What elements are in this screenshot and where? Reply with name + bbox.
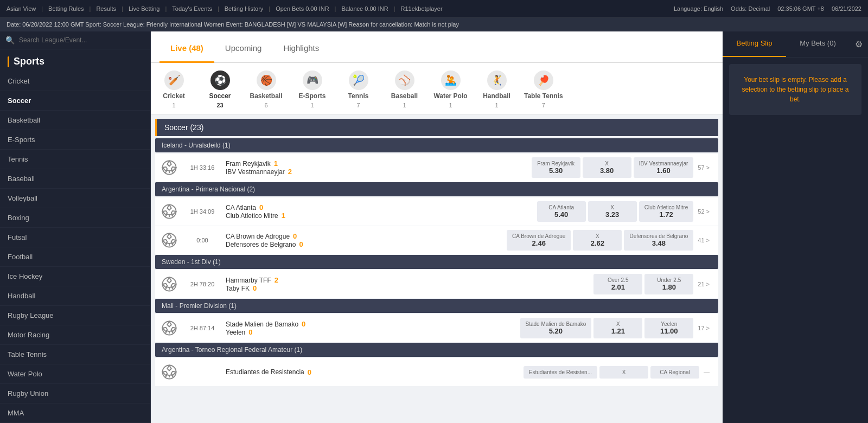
team2-score: 0: [299, 240, 308, 248]
match-teams: Estudiantes de Resistencia0: [221, 368, 524, 376]
matches-content: Soccer (23) Iceland - Urvalsdeild (1)1H …: [151, 114, 723, 423]
odds-box-0[interactable]: Estudiantes de Resisten...: [524, 366, 597, 379]
nav-results[interactable]: Results: [96, 5, 116, 12]
odds-box-2[interactable]: Under 2.51.80: [644, 274, 693, 294]
tab-betting-slip[interactable]: Betting Slip: [723, 31, 786, 57]
nav-asian-view[interactable]: Asian View: [7, 5, 36, 12]
odds-label: X: [593, 204, 631, 210]
more-markets-link[interactable]: 57 >: [693, 164, 714, 171]
odds-box-2[interactable]: Defensores de Belgrano3.48: [624, 230, 693, 251]
odds-box-2[interactable]: CA Regional: [650, 366, 699, 379]
odds-selector[interactable]: Odds: Decimal: [731, 5, 770, 12]
sidebar-item-ice-hockey[interactable]: Ice Hockey: [0, 267, 150, 286]
team1-score: 0: [259, 203, 268, 211]
odds-box-1[interactable]: X3.80: [583, 157, 631, 178]
odds-label: X: [605, 369, 643, 375]
odds-box-1[interactable]: X: [599, 366, 648, 379]
sport-icon-water-polo[interactable]: 🤽 Water Polo 1: [427, 67, 474, 112]
team1-score: 0: [293, 232, 302, 240]
nav-todays-events[interactable]: Today's Events: [172, 5, 212, 12]
soccer-ball-icon: [159, 274, 179, 294]
sidebar-item-rugby-union[interactable]: Rugby Union: [0, 384, 150, 403]
odds-value: 3.23: [593, 210, 631, 219]
league-header: Mali - Premier Division (1): [155, 299, 718, 313]
sport-icon-baseball[interactable]: ⚾ Baseball 1: [381, 67, 427, 112]
odds-box-1[interactable]: X2.62: [573, 230, 622, 251]
odds-box-2[interactable]: Yeelen11.00: [644, 318, 693, 338]
sidebar-item-table-tennis[interactable]: Table Tennis: [0, 345, 150, 364]
settings-gear-button[interactable]: ⚙: [850, 31, 868, 57]
more-markets-link[interactable]: —: [699, 369, 714, 375]
nav-live-betting[interactable]: Live Betting: [129, 5, 159, 12]
sidebar-item-basketball[interactable]: Basketball: [0, 111, 150, 130]
odds-box-0[interactable]: CA Atlanta5.40: [537, 201, 586, 222]
match-time: 2H 78:20: [183, 281, 221, 287]
odds-box-0[interactable]: CA Brown de Adrogue2.46: [507, 230, 571, 251]
odds-box-1[interactable]: X1.21: [593, 318, 642, 338]
more-markets-link[interactable]: 41 >: [693, 237, 714, 243]
tab-upcoming[interactable]: Upcoming: [214, 35, 273, 63]
match-row: 2H 87:14Stade Malien de Bamako0Yeelen0St…: [155, 314, 718, 342]
language-selector[interactable]: Language: English: [674, 5, 723, 12]
sport-icon-basketball[interactable]: 🏀 Basketball 6: [243, 67, 289, 112]
sport-icon-tennis[interactable]: 🎾 Tennis 7: [335, 67, 381, 112]
match-time: 0:00: [183, 237, 221, 243]
odds-box-1[interactable]: X3.23: [588, 201, 637, 222]
odds-box-2[interactable]: Club Atletico Mitre1.72: [639, 201, 694, 222]
sidebar-item-e-sports[interactable]: E-Sports: [0, 130, 150, 150]
search-icon: 🔍: [5, 36, 15, 44]
tab-highlights[interactable]: Highlights: [272, 35, 330, 63]
sidebar-item-football[interactable]: Football: [0, 247, 150, 267]
nav-open-bets[interactable]: Open Bets 0.00 INR: [276, 5, 329, 12]
sport-icon-circle: 🏀: [257, 70, 276, 90]
tab-my-bets[interactable]: My Bets (0): [786, 31, 850, 57]
more-markets-link[interactable]: 52 >: [693, 208, 714, 215]
sidebar-item-tennis[interactable]: Tennis: [0, 150, 150, 169]
soccer-ball-icon: [159, 318, 179, 338]
more-markets-link[interactable]: 21 >: [693, 281, 714, 287]
sport-icon-handball[interactable]: 🤾 Handball 1: [474, 67, 520, 112]
sidebar-item-soccer[interactable]: Soccer: [0, 91, 150, 111]
league-header: Argentina - Torneo Regional Federal Amat…: [155, 343, 718, 357]
team1-name: Hammarby TFF: [226, 277, 271, 284]
odds-box-2[interactable]: IBV Vestmannaeyjar1.60: [634, 157, 694, 178]
tab-live--48-[interactable]: Live (48): [159, 35, 214, 63]
match-odds: Estudiantes de Resisten...XCA Regional: [524, 366, 699, 379]
sport-icon-circle: 🤽: [441, 70, 461, 90]
sport-name: Tennis: [348, 92, 369, 100]
nav-betting-rules[interactable]: Betting Rules: [48, 5, 84, 12]
sport-icon-table-tennis[interactable]: 🏓 Table Tennis 7: [520, 67, 567, 112]
sport-icon-soccer[interactable]: ⚽ Soccer 23: [197, 67, 243, 112]
team2-name: Defensores de Belgrano: [226, 241, 296, 248]
odds-value: 2.62: [578, 239, 616, 247]
nav-betting-history[interactable]: Betting History: [225, 5, 264, 12]
sidebar-item-mma[interactable]: MMA: [0, 403, 150, 423]
sidebar-item-motor-racing[interactable]: Motor Racing: [0, 325, 150, 345]
match-time: 1H 34:09: [183, 208, 221, 215]
odds-box-0[interactable]: Stade Malien de Bamako5.20: [520, 318, 592, 338]
sport-icon-e-sports[interactable]: 🎮 E-Sports 1: [289, 67, 335, 112]
sport-name: Water Polo: [433, 92, 467, 100]
sidebar-item-volleyball[interactable]: Volleyball: [0, 189, 150, 208]
odds-value: 1.21: [599, 327, 637, 335]
sport-count: 7: [542, 102, 545, 108]
odds-box-0[interactable]: Fram Reykjavik5.30: [532, 157, 580, 178]
sport-icon-cricket[interactable]: 🏏 Cricket 1: [151, 67, 197, 112]
sidebar-item-water-polo[interactable]: Water Polo: [0, 364, 150, 384]
sidebar-item-boxing[interactable]: Boxing: [0, 208, 150, 228]
sidebar-search-box[interactable]: 🔍: [0, 31, 150, 49]
team1-score: 0: [302, 320, 310, 328]
sidebar-item-handball[interactable]: Handball: [0, 286, 150, 306]
odds-label: CA Regional: [656, 369, 694, 375]
sidebar-item-baseball[interactable]: Baseball: [0, 169, 150, 189]
odds-box-0[interactable]: Over 2.52.01: [593, 274, 642, 294]
team1-name: Stade Malien de Bamako: [226, 321, 298, 328]
soccer-ball-icon: [159, 230, 179, 250]
sidebar-item-cricket[interactable]: Cricket: [0, 72, 150, 91]
odds-label: X: [588, 161, 626, 166]
search-input[interactable]: [19, 36, 145, 44]
more-markets-link[interactable]: 17 >: [693, 325, 714, 331]
sidebar-item-futsal[interactable]: Futsal: [0, 228, 150, 247]
odds-label: X: [578, 233, 616, 239]
sidebar-item-rugby-league[interactable]: Rugby League: [0, 306, 150, 325]
